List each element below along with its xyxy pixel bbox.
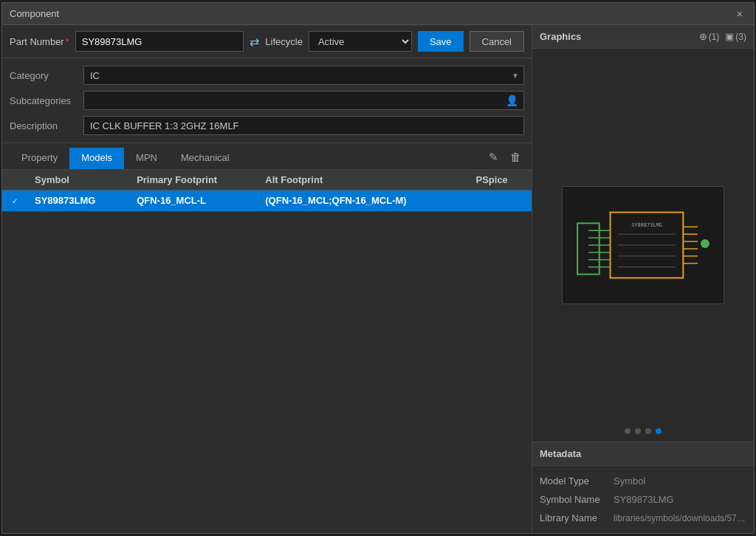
- row-checkbox[interactable]: ✓: [10, 196, 20, 207]
- dot-3[interactable]: [645, 428, 651, 434]
- tab-actions: ✎ 🗑: [486, 149, 524, 168]
- dot-1[interactable]: [625, 428, 630, 434]
- col-alt-footprint: Alt Footprint: [258, 170, 468, 190]
- category-select[interactable]: IC: [90, 70, 518, 81]
- edit-icon-button[interactable]: ✎: [486, 149, 501, 165]
- save-button[interactable]: Save: [418, 31, 464, 52]
- title-bar: Component ×: [2, 3, 754, 25]
- graphics-title: Graphics: [540, 31, 581, 42]
- component-dialog: Component × Part Number* ⇄ Lifecycle Act…: [1, 2, 755, 534]
- subcategories-label: Subcategories: [10, 95, 76, 106]
- graphics-area: SY89873LMG: [532, 49, 754, 441]
- cell-pspice: [469, 190, 532, 212]
- row-checkbox-cell: ✓: [2, 190, 27, 212]
- svg-point-16: [701, 239, 709, 248]
- footprint-count-ctrl[interactable]: ▣ (3): [725, 31, 746, 42]
- library-name-value: libraries/symbols/downloads/576-1: [614, 513, 746, 523]
- schematic-preview: SY89873LMG: [562, 186, 724, 304]
- close-button[interactable]: ×: [733, 7, 746, 21]
- lifecycle-select[interactable]: Active Inactive NRND Obsolete: [309, 31, 412, 52]
- model-type-key: Model Type: [540, 475, 606, 487]
- category-label: Category: [10, 70, 76, 81]
- col-checkbox: [2, 170, 27, 190]
- sync-icon[interactable]: ⇄: [250, 35, 259, 49]
- symbol-name-value: SY89873LMG: [614, 494, 674, 505]
- tabs-bar: Property Models MPN Mechanical ✎ 🗑: [2, 143, 532, 170]
- main-content: Part Number* ⇄ Lifecycle Active Inactive…: [2, 25, 754, 533]
- dot-4[interactable]: [656, 428, 662, 434]
- footprint-icon: ▣: [725, 31, 734, 42]
- subcategories-container: 👤: [83, 91, 524, 110]
- metadata-section: Metadata Model Type Symbol Symbol Name S…: [532, 441, 754, 533]
- model-type-value: Symbol: [614, 475, 645, 487]
- tab-mechanical[interactable]: Mechanical: [169, 148, 241, 169]
- form-area: Category IC ▼ Subcategories 👤: [2, 58, 532, 143]
- svg-text:SY89873LMG: SY89873LMG: [631, 222, 662, 228]
- subcategories-row: Subcategories 👤: [10, 91, 524, 110]
- symbol-icon: ⊕: [699, 31, 707, 42]
- graphics-controls: ⊕ (1) ▣ (3): [699, 31, 746, 42]
- metadata-title: Metadata: [540, 448, 581, 459]
- table-header-row: Symbol Primary Footprint Alt Footprint P…: [2, 170, 532, 190]
- metadata-row-symbol-name: Symbol Name SY89873LMG: [532, 490, 754, 509]
- subcategories-icon: 👤: [506, 95, 518, 106]
- description-label: Description: [10, 120, 76, 131]
- part-number-label: Part Number*: [10, 36, 69, 47]
- dot-2[interactable]: [635, 428, 641, 434]
- category-dropdown-icon: ▼: [512, 72, 519, 80]
- tab-models[interactable]: Models: [69, 148, 124, 169]
- models-table: Symbol Primary Footprint Alt Footprint P…: [2, 170, 532, 212]
- tab-property[interactable]: Property: [10, 148, 69, 169]
- category-input[interactable]: IC ▼: [83, 66, 524, 85]
- description-input[interactable]: [83, 116, 524, 135]
- metadata-row-model-type: Model Type Symbol: [532, 472, 754, 490]
- left-panel: Part Number* ⇄ Lifecycle Active Inactive…: [2, 25, 532, 533]
- col-pspice: PSpice: [469, 170, 532, 190]
- col-symbol: Symbol: [27, 170, 129, 190]
- cancel-button[interactable]: Cancel: [470, 31, 524, 52]
- schematic-svg: SY89873LMG: [563, 187, 724, 303]
- metadata-rows: Model Type Symbol Symbol Name SY89873LMG…: [532, 466, 754, 533]
- subcategories-input[interactable]: [83, 91, 524, 110]
- col-primary-footprint: Primary Footprint: [129, 170, 258, 190]
- metadata-header: Metadata: [532, 442, 754, 466]
- cell-primary-footprint: QFN-16_MCL-L: [129, 190, 258, 212]
- models-table-container: Symbol Primary Footprint Alt Footprint P…: [2, 170, 532, 533]
- dialog-title: Component: [10, 8, 59, 19]
- cell-alt-footprint: (QFN-16_MCL;QFN-16_MCL-M): [258, 190, 468, 212]
- tab-mpn[interactable]: MPN: [124, 148, 169, 169]
- category-row: Category IC ▼: [10, 66, 524, 85]
- symbol-name-key: Symbol Name: [540, 494, 606, 505]
- top-bar: Part Number* ⇄ Lifecycle Active Inactive…: [2, 25, 532, 58]
- metadata-row-library-name: Library Name libraries/symbols/downloads…: [532, 509, 754, 527]
- symbol-count-ctrl[interactable]: ⊕ (1): [699, 31, 720, 42]
- right-panel: Graphics ⊕ (1) ▣ (3): [532, 25, 754, 533]
- cell-symbol: SY89873LMG: [27, 190, 129, 212]
- carousel-dots: [625, 428, 662, 434]
- part-number-input[interactable]: [75, 31, 244, 52]
- description-row: Description: [10, 116, 524, 135]
- graphics-header: Graphics ⊕ (1) ▣ (3): [532, 25, 754, 49]
- table-row[interactable]: ✓ SY89873LMG QFN-16_MCL-L (QFN-16_MCL;QF…: [2, 190, 532, 212]
- delete-icon-button[interactable]: 🗑: [507, 149, 524, 165]
- library-name-key: Library Name: [540, 512, 606, 523]
- lifecycle-label: Lifecycle: [265, 36, 303, 47]
